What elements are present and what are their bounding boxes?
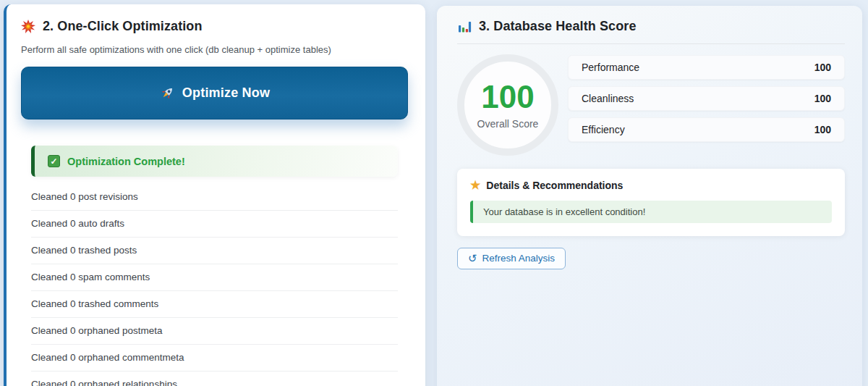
metric-value: 100	[814, 62, 831, 73]
metric-value: 100	[814, 93, 831, 104]
plugin-dashboard: 2. One-Click Optimization Perform all sa…	[0, 0, 868, 386]
optimize-now-button[interactable]: Optimize Now	[21, 67, 408, 119]
details-heading-text: Details & Recommendations	[486, 180, 623, 191]
bar-chart-icon	[457, 20, 472, 34]
metric-value: 100	[814, 124, 831, 135]
left-panel-description: Perform all safe optimizations with one …	[21, 44, 408, 55]
overall-score-circle: 100 Overall Score	[457, 54, 558, 156]
collision-icon	[21, 20, 35, 34]
cleanup-result-item: Cleaned 0 trashed comments	[31, 291, 398, 318]
cleanup-result-item: Cleaned 0 spam comments	[31, 264, 398, 291]
left-panel-title-text: 2. One-Click Optimization	[43, 19, 203, 34]
metric-row-cleanliness: Cleanliness 100	[568, 86, 845, 111]
overall-score-value: 100	[481, 81, 534, 113]
optimization-results: ✓ Optimization Complete! Cleaned 0 post …	[31, 146, 398, 386]
rocket-icon	[159, 85, 175, 101]
metric-label: Efficiency	[582, 124, 625, 135]
optimize-now-label: Optimize Now	[182, 85, 270, 101]
metric-row-efficiency: Efficiency 100	[568, 117, 845, 142]
left-panel-title: 2. One-Click Optimization	[21, 19, 408, 34]
details-heading: ★ Details & Recommendations	[470, 180, 832, 191]
metric-label: Cleanliness	[582, 93, 634, 104]
one-click-optimization-panel: 2. One-Click Optimization Perform all sa…	[4, 4, 425, 386]
cleanup-result-item: Cleaned 0 orphaned postmeta	[31, 318, 398, 345]
health-score-section: 100 Overall Score Performance 100 Cleanl…	[457, 54, 845, 156]
right-panel-title-text: 3. Database Health Score	[479, 19, 637, 34]
metric-label: Performance	[582, 62, 639, 73]
health-message-text: Your database is in excellent condition!	[483, 206, 645, 217]
success-banner: ✓ Optimization Complete!	[31, 146, 398, 177]
cleanup-result-item: Cleaned 0 post revisions	[31, 184, 398, 211]
metric-row-performance: Performance 100	[568, 55, 845, 80]
cleanup-result-item: Cleaned 0 auto drafts	[31, 211, 398, 238]
refresh-icon: ↺	[468, 253, 477, 264]
health-message-box: Your database is in excellent condition!	[470, 201, 832, 223]
star-icon: ★	[470, 180, 480, 191]
right-panel-title: 3. Database Health Score	[457, 19, 845, 44]
cleanup-result-list: Cleaned 0 post revisions Cleaned 0 auto …	[31, 184, 398, 386]
overall-score-label: Overall Score	[477, 118, 539, 130]
metric-list: Performance 100 Cleanliness 100 Efficien…	[568, 55, 845, 156]
refresh-analysis-button[interactable]: ↺ Refresh Analysis	[457, 248, 566, 269]
database-health-panel: 3. Database Health Score 100 Overall Sco…	[437, 6, 862, 386]
cleanup-result-item: Cleaned 0 orphaned relationships	[31, 372, 398, 386]
success-message: Optimization Complete!	[67, 156, 185, 167]
details-recommendations-card: ★ Details & Recommendations Your databas…	[457, 169, 845, 236]
checkmark-icon: ✓	[48, 155, 60, 167]
cleanup-result-item: Cleaned 0 trashed posts	[31, 238, 398, 264]
refresh-analysis-label: Refresh Analysis	[482, 253, 556, 264]
cleanup-result-item: Cleaned 0 orphaned commentmeta	[31, 345, 398, 372]
